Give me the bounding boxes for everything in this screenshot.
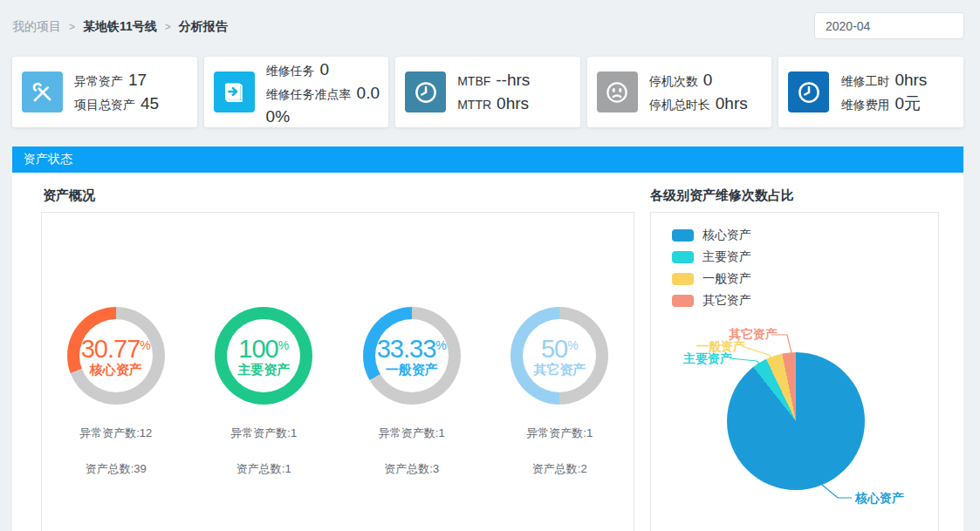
kpi-value: 0hrs bbox=[894, 71, 927, 89]
kpi-value: 0元 bbox=[894, 94, 921, 112]
pie-label-core-assets: 核心资产 bbox=[855, 491, 904, 507]
breadcrumb-item-report[interactable]: 分析报告 bbox=[179, 19, 228, 35]
percent-sign: % bbox=[278, 338, 289, 352]
kpi-value: 0hrs bbox=[716, 94, 748, 112]
kpi-card-maintenance-cost: 维修工时0hrs 维修费用0元 bbox=[778, 57, 963, 127]
kpi-label: 维修费用 bbox=[840, 98, 889, 112]
kpi-card-downtime: 停机次数0 停机总时长0hrs bbox=[587, 57, 772, 127]
donut-col-major-assets: 100% 主要资产 异常资产数:1 资产总数:1 bbox=[190, 307, 339, 477]
month-picker[interactable] bbox=[814, 12, 964, 39]
total-assets-stat: 资产总数:2 bbox=[532, 461, 587, 477]
total-assets-stat: 资产总数:39 bbox=[86, 461, 147, 477]
donut-col-general-assets: 33.33% 一般资产 异常资产数:1 资产总数:3 bbox=[338, 307, 486, 477]
kpi-label: 维修任务准点率 bbox=[266, 87, 352, 101]
abnormal-assets-stat: 异常资产数:1 bbox=[379, 425, 445, 441]
donut-chart-core-assets: 30.77% 核心资产 bbox=[67, 307, 165, 405]
donut-percent: 33.33 bbox=[377, 335, 436, 363]
top-bar: 我的项目 > 某地铁11号线 > 分析报告 bbox=[12, 12, 968, 42]
breadcrumb-separator: > bbox=[165, 21, 171, 33]
sad-face-icon bbox=[597, 71, 638, 112]
donut-chart-other-assets: 50% 其它资产 bbox=[511, 307, 608, 405]
total-assets-stat: 资产总数:3 bbox=[384, 461, 439, 477]
abnormal-assets-stat: 异常资产数:1 bbox=[230, 425, 297, 441]
kpi-value: --hrs bbox=[496, 71, 530, 89]
legend-label: 其它资产 bbox=[702, 293, 751, 309]
section-header-asset-status: 资产状态 bbox=[12, 146, 963, 173]
donut-label: 其它资产 bbox=[533, 362, 586, 378]
asset-overview-title: 资产概况 bbox=[43, 187, 95, 204]
legend-item-major-assets[interactable]: 主要资产 bbox=[672, 246, 751, 268]
asset-overview-chart: 30.77% 核心资产 异常资产数:12 资产总数:39 100% 主要资产 异… bbox=[41, 212, 634, 531]
kpi-label: 项目总资产 bbox=[74, 98, 135, 112]
pie-panel-title: 各级别资产维修次数占比 bbox=[650, 187, 794, 204]
breadcrumb-item-my-projects[interactable]: 我的项目 bbox=[12, 19, 61, 35]
kpi-value: 0 bbox=[703, 71, 713, 89]
kpi-card-maintenance-tasks: 维修任务0 维修任务准点率0.00% bbox=[204, 57, 389, 127]
donut-label: 一般资产 bbox=[386, 362, 438, 378]
legend-swatch bbox=[672, 295, 694, 307]
donut-chart-major-assets: 100% 主要资产 bbox=[215, 307, 312, 405]
abnormal-assets-stat: 异常资产数:12 bbox=[79, 425, 152, 441]
kpi-value: 45 bbox=[140, 94, 159, 112]
kpi-label: 停机总时长 bbox=[649, 98, 710, 112]
donut-col-other-assets: 50% 其它资产 异常资产数:1 资产总数:2 bbox=[486, 307, 634, 477]
clock-icon bbox=[788, 71, 829, 112]
donut-chart-general-assets: 33.33% 一般资产 bbox=[363, 307, 461, 405]
percent-sign: % bbox=[140, 338, 150, 352]
maintenance-pie-chart: 核心资产 主要资产 一般资产 其它资产 其它资产 一般资产 主要资产 bbox=[650, 212, 939, 531]
legend-label: 主要资产 bbox=[702, 249, 751, 265]
kpi-card-abnormal-assets: 异常资产17 项目总资产45 bbox=[12, 57, 197, 127]
donut-percent: 30.77 bbox=[81, 335, 140, 363]
legend-item-other-assets[interactable]: 其它资产 bbox=[672, 289, 751, 311]
donut-label: 主要资产 bbox=[237, 362, 290, 378]
breadcrumb: 我的项目 > 某地铁11号线 > 分析报告 bbox=[12, 19, 228, 35]
abnormal-assets-stat: 异常资产数:1 bbox=[526, 425, 593, 441]
pie-legend: 核心资产 主要资产 一般资产 其它资产 bbox=[672, 224, 751, 311]
kpi-card-mtbf-mttr: MTBF--hrs MTTR0hrs bbox=[395, 57, 580, 127]
clock-icon bbox=[405, 71, 446, 112]
kpi-label: 维修工时 bbox=[840, 74, 889, 88]
donut-col-core-assets: 30.77% 核心资产 异常资产数:12 资产总数:39 bbox=[42, 307, 190, 477]
donut-percent: 100 bbox=[238, 335, 278, 363]
pie-chart bbox=[727, 352, 865, 490]
kpi-label: 维修任务 bbox=[266, 64, 315, 78]
breadcrumb-separator: > bbox=[69, 21, 75, 33]
kpi-label: 停机次数 bbox=[649, 74, 698, 88]
kpi-label: MTTR bbox=[457, 98, 491, 112]
month-picker-input[interactable] bbox=[826, 19, 980, 33]
legend-swatch bbox=[672, 273, 694, 285]
donut-label: 核心资产 bbox=[90, 362, 142, 378]
donut-percent: 50 bbox=[541, 335, 567, 363]
kpi-value: 0hrs bbox=[497, 94, 529, 112]
legend-swatch bbox=[672, 229, 694, 242]
kpi-label: 异常资产 bbox=[74, 74, 123, 88]
legend-item-core-assets[interactable]: 核心资产 bbox=[672, 224, 751, 246]
legend-item-general-assets[interactable]: 一般资产 bbox=[672, 268, 751, 289]
section-title: 资产状态 bbox=[24, 152, 72, 167]
tools-icon bbox=[22, 71, 63, 112]
kpi-value: 0 bbox=[320, 60, 330, 78]
legend-swatch bbox=[672, 251, 694, 263]
pie-label-major-assets: 主要资产 bbox=[683, 351, 732, 367]
percent-sign: % bbox=[567, 338, 578, 352]
asset-status-panel: 资产概况 各级别资产维修次数占比 30.77% 核心资产 异常资产数:12 资产… bbox=[12, 173, 963, 531]
legend-label: 核心资产 bbox=[702, 228, 751, 243]
percent-sign: % bbox=[435, 338, 446, 352]
task-book-icon bbox=[214, 71, 255, 112]
kpi-label: MTBF bbox=[457, 74, 490, 88]
total-assets-stat: 资产总数:1 bbox=[236, 461, 291, 477]
kpi-cards-row: 异常资产17 项目总资产45 维修任务0 维修任务准点率0.00% bbox=[12, 57, 963, 127]
legend-label: 一般资产 bbox=[702, 271, 751, 287]
breadcrumb-item-project[interactable]: 某地铁11号线 bbox=[83, 19, 157, 35]
kpi-value: 17 bbox=[128, 71, 147, 89]
